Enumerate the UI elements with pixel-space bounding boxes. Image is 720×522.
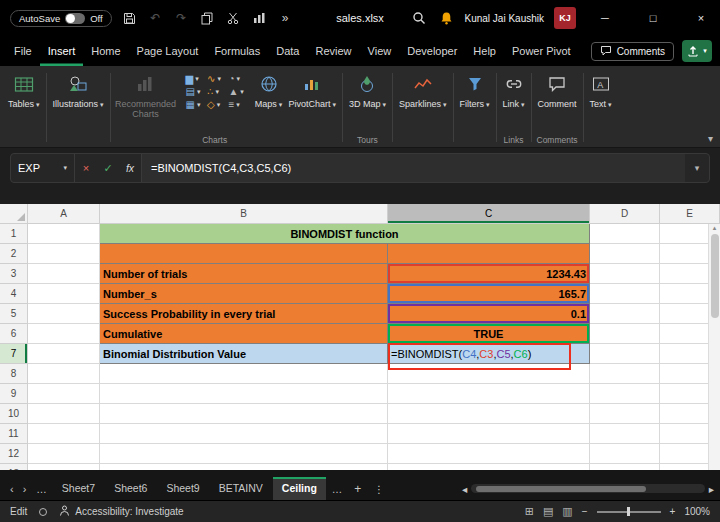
redo-icon[interactable]: ↷ <box>173 10 190 27</box>
cell-A12[interactable] <box>28 444 100 464</box>
sheet-tab-betainv[interactable]: BETAINV <box>210 477 272 500</box>
cell-A8[interactable] <box>28 364 100 384</box>
link-button[interactable]: Link▾ <box>500 69 528 109</box>
save-icon[interactable] <box>121 10 138 27</box>
column-header-A[interactable]: A <box>28 204 100 224</box>
sheet-tab-sheet7[interactable]: Sheet7 <box>53 477 104 500</box>
autosave-toggle[interactable]: AutoSave Off <box>10 10 112 27</box>
scroll-right-icon[interactable]: ▸ <box>709 483 714 495</box>
area-chart-button[interactable]: ▲▾ <box>226 85 245 98</box>
column-header-B[interactable]: B <box>100 204 388 224</box>
radar-chart-button[interactable]: ◇▾ <box>205 98 224 111</box>
cell-C8[interactable] <box>388 364 590 384</box>
row-header-9[interactable]: 9 <box>0 384 28 404</box>
cell-B2[interactable] <box>100 244 388 264</box>
sheet-tab-sheet9[interactable]: Sheet9 <box>157 477 208 500</box>
cell-B5[interactable]: Success Probability in every trial <box>100 304 388 324</box>
cell-C4[interactable]: 165.7 <box>388 284 590 304</box>
tables-button[interactable]: Tables▾ <box>5 69 43 109</box>
cell-D3[interactable] <box>590 264 660 284</box>
zoom-out-icon[interactable]: − <box>582 506 588 517</box>
autosave-switch-icon[interactable] <box>65 13 85 24</box>
cell-D8[interactable] <box>590 364 660 384</box>
row-header-13[interactable]: 13 <box>0 464 28 470</box>
vertical-scrollbar-thumb[interactable] <box>711 234 719 318</box>
cell-C10[interactable] <box>388 404 590 424</box>
scatter-chart-button[interactable]: ∴▾ <box>205 85 224 98</box>
cell-B3[interactable]: Number of trials <box>100 264 388 284</box>
more-sheets-right-icon[interactable]: … <box>327 483 348 495</box>
customize-qat-icon[interactable]: » <box>277 10 294 27</box>
row-header-5[interactable]: 5 <box>0 304 28 324</box>
column-header-E[interactable]: E <box>660 204 720 224</box>
cell-A11[interactable] <box>28 424 100 444</box>
sparklines-button[interactable]: Sparklines▾ <box>396 69 450 109</box>
sheet-nav-right-icon[interactable]: › <box>19 483 31 495</box>
cell-D12[interactable] <box>590 444 660 464</box>
cell-C3[interactable]: 1234.43 <box>388 264 590 284</box>
collapse-ribbon-icon[interactable]: ▾ <box>708 133 713 144</box>
undo-icon[interactable]: ↶ <box>147 10 164 27</box>
pie-chart-button[interactable]: ◔▾ <box>226 72 245 85</box>
tab-home[interactable]: Home <box>83 36 128 66</box>
cell-B6[interactable]: Cumulative <box>100 324 388 344</box>
row-header-8[interactable]: 8 <box>0 364 28 384</box>
cell-D11[interactable] <box>590 424 660 444</box>
cell-D5[interactable] <box>590 304 660 324</box>
copy-icon[interactable] <box>199 10 216 27</box>
illustrations-button[interactable]: Illustrations▾ <box>50 69 107 109</box>
cell-B10[interactable] <box>100 404 388 424</box>
bar-chart-button[interactable]: ▤▾ <box>184 85 203 98</box>
cell-D1[interactable] <box>590 224 660 244</box>
column-header-D[interactable]: D <box>590 204 660 224</box>
cell-D9[interactable] <box>590 384 660 404</box>
3d-map-button[interactable]: 3D Map▾ <box>346 69 389 109</box>
tab-page-layout[interactable]: Page Layout <box>129 36 207 66</box>
cell-D13[interactable] <box>590 464 660 470</box>
normal-view-icon[interactable]: ⊞ <box>525 505 534 518</box>
filters-button[interactable]: Filters▾ <box>457 69 493 109</box>
cell-B13[interactable] <box>100 464 388 470</box>
page-layout-view-icon[interactable]: ▤ <box>543 505 553 518</box>
cell-B12[interactable] <box>100 444 388 464</box>
cell-C12[interactable] <box>388 444 590 464</box>
zoom-slider-thumb[interactable] <box>627 507 630 516</box>
search-icon[interactable] <box>411 10 428 27</box>
maps-button[interactable]: Maps▾ <box>252 69 286 109</box>
select-all-button[interactable] <box>0 204 28 224</box>
zoom-slider[interactable] <box>597 511 661 513</box>
tab-view[interactable]: View <box>360 36 400 66</box>
sheet-tab-ceiling[interactable]: Ceiling <box>273 477 326 500</box>
horizontal-scrollbar[interactable]: ◂ ▸ <box>462 483 714 495</box>
close-button[interactable]: × <box>682 0 720 36</box>
cell-A6[interactable] <box>28 324 100 344</box>
name-box-caret-icon[interactable]: ▾ <box>63 164 67 172</box>
tab-data[interactable]: Data <box>268 36 307 66</box>
expand-formula-bar-icon[interactable]: ▾ <box>685 154 709 182</box>
cell-D10[interactable] <box>590 404 660 424</box>
restore-button[interactable]: □ <box>634 0 672 36</box>
row-header-10[interactable]: 10 <box>0 404 28 424</box>
cell-B11[interactable] <box>100 424 388 444</box>
bell-icon[interactable] <box>438 10 455 27</box>
sheet-options-icon[interactable]: ⋮ <box>368 483 389 495</box>
cell-C11[interactable] <box>388 424 590 444</box>
tab-review[interactable]: Review <box>307 36 359 66</box>
cell-B8[interactable] <box>100 364 388 384</box>
cell-D6[interactable] <box>590 324 660 344</box>
insert-function-button[interactable]: fx <box>119 154 141 182</box>
user-name[interactable]: Kunal Jai Kaushik <box>465 13 545 24</box>
page-break-view-icon[interactable]: ▥ <box>562 505 572 518</box>
cell-C9[interactable] <box>388 384 590 404</box>
cell-D2[interactable] <box>590 244 660 264</box>
cell-B7[interactable]: Binomial Distribution Value <box>100 344 388 364</box>
macro-record-icon[interactable] <box>39 508 47 516</box>
more-sheets-left-icon[interactable]: … <box>31 483 52 495</box>
cancel-formula-button[interactable]: × <box>75 154 97 182</box>
recommended-charts-button[interactable]: Recommended Charts <box>114 69 178 120</box>
cell-C6[interactable]: TRUE <box>388 324 590 344</box>
cut-icon[interactable] <box>225 10 242 27</box>
cell-A1[interactable] <box>28 224 100 244</box>
line-chart-button[interactable]: ∿▾ <box>205 72 224 85</box>
cell-C2[interactable] <box>388 244 590 264</box>
